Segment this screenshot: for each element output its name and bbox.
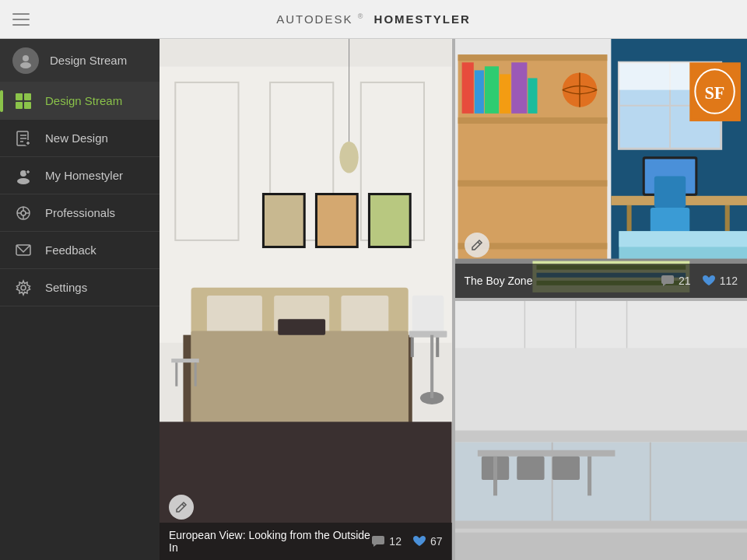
svg-rect-4 bbox=[16, 102, 23, 109]
svg-rect-52 bbox=[430, 335, 433, 398]
header: AUTODESK ® HOMESTYLER bbox=[0, 0, 747, 39]
boyzone-image: SF bbox=[455, 39, 748, 298]
svg-rect-50 bbox=[436, 338, 439, 357]
svg-rect-5 bbox=[24, 102, 31, 109]
svg-text:SF: SF bbox=[704, 83, 724, 103]
sidebar-item-design-stream[interactable]: Design Stream bbox=[0, 82, 160, 120]
caption-bar-boyzone: The Boy Zone 21 112 bbox=[455, 264, 748, 298]
trademark: ® bbox=[358, 12, 365, 20]
svg-rect-92 bbox=[619, 231, 747, 247]
svg-rect-69 bbox=[484, 66, 498, 114]
svg-rect-2 bbox=[16, 93, 23, 100]
svg-rect-131 bbox=[455, 521, 748, 560]
sidebar: Design Stream Design Stream bbox=[0, 39, 160, 560]
edit-badge-boyzone[interactable] bbox=[465, 233, 489, 257]
svg-rect-63 bbox=[458, 54, 607, 61]
svg-rect-67 bbox=[461, 62, 473, 114]
sidebar-item-my-homestyler[interactable]: My Homestyler bbox=[0, 157, 160, 194]
svg-marker-104 bbox=[663, 284, 666, 286]
settings-icon bbox=[12, 277, 34, 299]
bedroom-comments: 12 bbox=[371, 535, 402, 548]
svg-point-25 bbox=[21, 285, 26, 290]
boyzone-comment-count: 21 bbox=[679, 275, 691, 287]
app-title: AUTODESK ® HOMESTYLER bbox=[276, 12, 471, 26]
svg-rect-55 bbox=[195, 362, 197, 386]
svg-rect-128 bbox=[552, 457, 579, 480]
svg-rect-127 bbox=[517, 457, 544, 480]
svg-rect-83 bbox=[654, 177, 685, 208]
sidebar-item-sign-in[interactable]: Design Stream bbox=[0, 39, 160, 82]
svg-rect-113 bbox=[455, 301, 748, 348]
sidebar-item-feedback[interactable]: Feedback bbox=[0, 232, 160, 269]
svg-rect-3 bbox=[24, 93, 31, 100]
svg-rect-47 bbox=[412, 296, 444, 335]
main-content: European View: Looking from the Outside … bbox=[160, 39, 747, 560]
professionals-icon bbox=[12, 202, 34, 224]
new-design-icon bbox=[12, 128, 34, 149]
svg-line-56 bbox=[182, 504, 184, 506]
bedroom-stats: 12 67 bbox=[371, 535, 442, 548]
svg-line-102 bbox=[478, 242, 480, 244]
bedroom-like-count: 67 bbox=[430, 535, 443, 548]
svg-rect-64 bbox=[458, 117, 607, 124]
svg-rect-54 bbox=[175, 362, 177, 386]
svg-rect-125 bbox=[477, 450, 615, 457]
avatar bbox=[12, 47, 39, 74]
bedroom-title: European View: Looking from the Outside … bbox=[169, 529, 371, 554]
svg-rect-71 bbox=[511, 62, 527, 114]
boyzone-stats: 21 112 bbox=[661, 275, 738, 287]
active-indicator bbox=[0, 90, 3, 112]
sidebar-item-settings[interactable]: Settings bbox=[0, 269, 160, 306]
svg-rect-34 bbox=[317, 195, 356, 246]
sidebar-item-new-design[interactable]: New Design bbox=[0, 120, 160, 157]
svg-rect-82 bbox=[650, 208, 689, 235]
modern-image bbox=[455, 301, 748, 560]
svg-rect-44 bbox=[191, 331, 409, 430]
sidebar-settings-label: Settings bbox=[45, 281, 87, 294]
svg-point-14 bbox=[17, 178, 30, 184]
sign-in-label: Design Stream bbox=[50, 54, 127, 67]
sidebar-item-professionals[interactable]: Professionals bbox=[0, 194, 160, 232]
caption-bar-bedroom: European View: Looking from the Outside … bbox=[160, 523, 452, 560]
svg-rect-129 bbox=[493, 457, 497, 495]
svg-rect-53 bbox=[171, 359, 199, 362]
design-stream-icon bbox=[12, 90, 34, 112]
svg-rect-45 bbox=[278, 319, 325, 334]
title-prefix: AUTODESK bbox=[276, 12, 352, 26]
svg-point-38 bbox=[339, 142, 358, 173]
sidebar-professionals-label: Professionals bbox=[45, 206, 115, 219]
svg-point-19 bbox=[21, 211, 26, 215]
bedroom-image bbox=[160, 39, 452, 560]
svg-rect-48 bbox=[409, 331, 447, 338]
svg-rect-49 bbox=[411, 338, 414, 357]
sidebar-feedback-label: Feedback bbox=[45, 243, 96, 257]
edit-badge-bedroom[interactable] bbox=[169, 495, 194, 520]
boyzone-title: The Boy Zone bbox=[465, 275, 533, 287]
sidebar-my-homestyler-label: My Homestyler bbox=[45, 169, 123, 182]
svg-point-0 bbox=[23, 55, 29, 61]
title-suffix: HOMESTYLER bbox=[374, 12, 471, 26]
svg-rect-41 bbox=[207, 296, 262, 335]
boyzone-comments: 21 bbox=[661, 275, 691, 287]
tile-bedroom[interactable]: European View: Looking from the Outside … bbox=[160, 39, 452, 560]
sidebar-new-design-label: New Design bbox=[45, 131, 108, 145]
my-homestyler-icon bbox=[12, 165, 34, 187]
feedback-icon bbox=[12, 240, 34, 261]
svg-rect-57 bbox=[372, 536, 384, 544]
svg-rect-103 bbox=[661, 275, 674, 284]
svg-rect-36 bbox=[370, 195, 409, 246]
bedroom-comment-count: 12 bbox=[389, 535, 402, 548]
sidebar-design-stream-label: Design Stream bbox=[45, 94, 122, 107]
svg-marker-58 bbox=[374, 544, 377, 547]
svg-point-13 bbox=[20, 170, 26, 177]
svg-rect-43 bbox=[341, 296, 388, 335]
bedroom-likes: 67 bbox=[412, 535, 443, 548]
tile-modern[interactable] bbox=[455, 301, 748, 560]
tile-boyzone[interactable]: SF The Boy Zone 21 bbox=[455, 39, 748, 298]
svg-rect-70 bbox=[500, 74, 510, 113]
menu-button[interactable] bbox=[12, 13, 30, 26]
svg-rect-130 bbox=[587, 457, 591, 495]
boyzone-like-count: 112 bbox=[720, 275, 738, 287]
svg-rect-132 bbox=[455, 529, 748, 533]
svg-point-1 bbox=[20, 62, 31, 68]
